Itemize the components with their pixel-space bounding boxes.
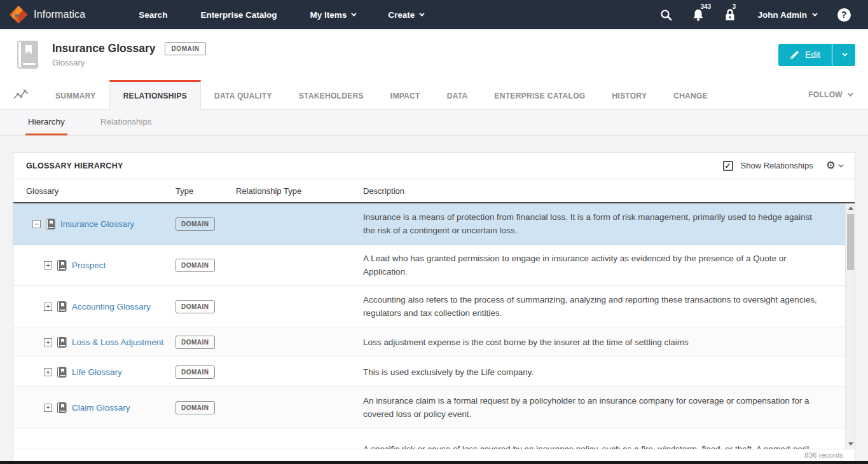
tab-stakeholders[interactable]: STAKEHOLDERS bbox=[286, 80, 377, 109]
edit-button-label: Edit bbox=[805, 50, 820, 60]
column-header-glossary[interactable]: Glossary bbox=[13, 186, 176, 196]
content-area: GLOSSARY HIERARCHY ✓ Show Relationships … bbox=[0, 152, 868, 464]
book-icon bbox=[57, 337, 67, 348]
show-relationships-checkbox[interactable]: ✓ bbox=[723, 161, 733, 171]
expand-icon[interactable]: + bbox=[44, 303, 52, 311]
description-cell: Loss adjustment expense is the cost born… bbox=[363, 329, 824, 356]
help-icon[interactable]: ? bbox=[831, 0, 857, 29]
activity-chart-icon[interactable] bbox=[0, 80, 42, 109]
tab-history[interactable]: HISTORY bbox=[598, 80, 660, 109]
nav-item-my-items-label: My Items bbox=[310, 10, 347, 20]
follow-button[interactable]: FOLLOW bbox=[792, 80, 868, 109]
description-cell: This is used exclusively by the Life com… bbox=[363, 358, 824, 386]
type-badge: DOMAIN bbox=[176, 259, 215, 272]
chevron-down-icon bbox=[838, 162, 843, 167]
glossary-link[interactable]: Insurance Glossary bbox=[60, 219, 134, 229]
gear-icon: ⚙ bbox=[826, 160, 836, 171]
table-footer: 836 records bbox=[13, 449, 855, 461]
description-cell: An insurance claim is a formal request b… bbox=[363, 387, 824, 428]
pencil-icon bbox=[790, 50, 799, 60]
panel-title: GLOSSARY HIERARCHY bbox=[26, 161, 123, 170]
tab-enterprise-catalog[interactable]: ENTERPRISE CATALOG bbox=[481, 80, 598, 109]
description-cell: A specific risk or cause of loss covered… bbox=[363, 435, 824, 449]
book-icon bbox=[57, 301, 67, 312]
glossary-link[interactable]: Life Glossary bbox=[72, 367, 122, 377]
main-tabbar: SUMMARY RELATIONSHIPS DATA QUALITY STAKE… bbox=[0, 80, 868, 110]
book-icon bbox=[46, 219, 55, 229]
search-icon[interactable] bbox=[654, 0, 679, 29]
glossary-link[interactable]: Loss & Loss Adjustment bbox=[72, 338, 163, 347]
nav-item-my-items[interactable]: My Items bbox=[296, 0, 369, 29]
tab-data-quality[interactable]: DATA QUALITY bbox=[201, 80, 286, 109]
edit-button[interactable]: Edit bbox=[778, 44, 832, 66]
informatica-logo[interactable]: Informatica bbox=[9, 5, 85, 24]
type-badge: DOMAIN bbox=[176, 365, 215, 379]
table-header-row: Glossary Type Relationship Type Descript… bbox=[13, 179, 855, 203]
settings-gear-button[interactable]: ⚙ bbox=[826, 160, 842, 171]
column-header-type[interactable]: Type bbox=[176, 186, 236, 196]
type-badge: DOMAIN bbox=[176, 401, 215, 414]
tab-data[interactable]: DATA bbox=[434, 80, 481, 109]
glossary-link[interactable]: Prospect bbox=[72, 261, 106, 270]
notifications-bell-icon[interactable]: 343 bbox=[685, 0, 711, 29]
description-cell: Accounting also refers to the process of… bbox=[363, 286, 824, 327]
table-row-accounting-glossary[interactable]: + Accounting Glossary DOMAIN Accounting … bbox=[13, 286, 855, 327]
expand-icon[interactable]: + bbox=[44, 338, 52, 346]
show-relationships-label: Show Relationships bbox=[741, 161, 813, 170]
tab-change[interactable]: CHANGE bbox=[660, 80, 721, 109]
page-title: Insurance Glossary bbox=[52, 42, 155, 55]
user-menu[interactable]: John Admin bbox=[749, 10, 825, 20]
chevron-down-icon bbox=[351, 11, 356, 16]
chevron-down-icon bbox=[812, 11, 817, 16]
edit-dropdown-button[interactable] bbox=[832, 44, 855, 66]
top-navbar: Informatica Search Enterprise Catalog My… bbox=[0, 0, 868, 29]
nav-item-create[interactable]: Create bbox=[374, 0, 437, 29]
brand-name: Informatica bbox=[34, 9, 85, 20]
expand-icon[interactable]: + bbox=[44, 404, 52, 412]
nav-menu: Search Enterprise Catalog My Items Creat… bbox=[125, 0, 437, 29]
expand-icon[interactable]: + bbox=[44, 368, 52, 376]
glossary-link[interactable]: Claim Glossary bbox=[72, 403, 130, 413]
description-cell: Insurance is a means of protection from … bbox=[363, 203, 824, 244]
chevron-down-icon bbox=[842, 51, 847, 56]
column-header-relationship-type[interactable]: Relationship Type bbox=[236, 186, 363, 196]
nav-item-create-label: Create bbox=[388, 10, 415, 20]
notifications-count-badge: 343 bbox=[701, 3, 712, 10]
scrollbar-thumb[interactable] bbox=[847, 214, 854, 270]
description-cell: A Lead who has granted permission to eng… bbox=[363, 245, 824, 285]
table-row-loss-adjustment[interactable]: + Loss & Loss Adjustment DOMAIN Loss adj… bbox=[13, 327, 855, 357]
tab-summary[interactable]: SUMMARY bbox=[42, 80, 109, 109]
scroll-down-button[interactable] bbox=[846, 439, 855, 449]
informatica-logo-icon bbox=[9, 5, 28, 24]
user-name: John Admin bbox=[758, 10, 808, 20]
nav-right-cluster: 343 3 John Admin ? bbox=[654, 0, 857, 29]
scroll-up-button[interactable] bbox=[846, 203, 855, 213]
table-row-insurance-glossary[interactable]: − Insurance Glossary DOMAIN Insurance is… bbox=[13, 203, 855, 245]
records-count: 836 records bbox=[804, 451, 843, 459]
bottom-edge-bar bbox=[0, 461, 868, 464]
nav-item-enterprise-catalog[interactable]: Enterprise Catalog bbox=[186, 0, 291, 29]
type-badge: DOMAIN bbox=[176, 336, 215, 349]
table-row-prospect[interactable]: + Prospect DOMAIN A Lead who has granted… bbox=[13, 245, 855, 286]
chevron-down-icon bbox=[848, 91, 853, 96]
tasks-lock-icon[interactable]: 3 bbox=[717, 0, 743, 29]
subtab-hierarchy[interactable]: Hierarchy bbox=[25, 110, 67, 135]
nav-item-search[interactable]: Search bbox=[125, 0, 181, 29]
type-badge: DOMAIN bbox=[176, 300, 215, 313]
glossary-book-icon bbox=[17, 40, 42, 69]
follow-label: FOLLOW bbox=[808, 90, 843, 99]
page-header: Insurance Glossary DOMAIN Glossary Edit bbox=[0, 29, 868, 80]
vertical-scrollbar[interactable] bbox=[845, 203, 855, 449]
tasks-count-badge: 3 bbox=[733, 3, 736, 10]
table-row-partial[interactable]: A specific risk or cause of loss covered… bbox=[13, 428, 855, 449]
subtab-relationships[interactable]: Relationships bbox=[98, 110, 155, 135]
table-row-claim-glossary[interactable]: + Claim Glossary DOMAIN An insurance cla… bbox=[13, 387, 855, 428]
tab-relationships[interactable]: RELATIONSHIPS bbox=[109, 80, 201, 110]
expand-icon[interactable]: + bbox=[44, 261, 52, 270]
table-row-life-glossary[interactable]: + Life Glossary DOMAIN This is used excl… bbox=[13, 357, 855, 387]
glossary-link[interactable]: Accounting Glossary bbox=[72, 302, 151, 311]
tab-impact[interactable]: IMPACT bbox=[377, 80, 434, 109]
collapse-icon[interactable]: − bbox=[32, 220, 41, 228]
book-icon bbox=[57, 260, 67, 271]
column-header-description[interactable]: Description bbox=[363, 186, 855, 196]
